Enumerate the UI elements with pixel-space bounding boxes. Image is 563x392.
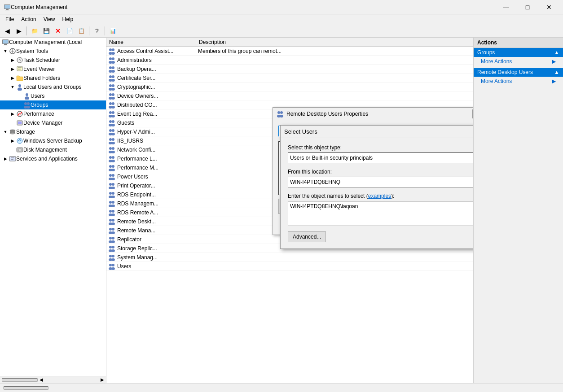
sidebar-item-task-scheduler[interactable]: ▶ Task Scheduler — [0, 56, 106, 65]
col-name[interactable]: Name — [106, 38, 196, 46]
table-row[interactable]: System Manag... — [106, 253, 473, 262]
event-viewer-icon — [16, 65, 23, 73]
toolbar-btn-help[interactable]: ? — [92, 26, 102, 36]
sidebar-item-disk-management[interactable]: Disk Management — [0, 145, 106, 154]
sidebar-item-shared-folders[interactable]: ▶ Shared Folders — [0, 74, 106, 83]
su-titlebar: Select Users ✕ — [281, 126, 473, 138]
row-name-text: Replicator — [117, 236, 141, 243]
actions-rdp-title: Remote Desktop Users — [477, 69, 533, 75]
maximize-button[interactable]: □ — [517, 1, 538, 13]
menu-help[interactable]: Help — [59, 15, 77, 23]
table-row[interactable]: Device Owners... — [106, 91, 473, 100]
expand-icon[interactable]: ▶ — [2, 157, 9, 161]
toolbar-btn-save[interactable]: 💾 — [41, 26, 52, 36]
su-advanced-button[interactable]: Advanced... — [288, 231, 326, 242]
su-object-type-input[interactable] — [288, 152, 473, 163]
sidebar-item-performance[interactable]: ▶ Performance — [0, 109, 106, 118]
back-button[interactable]: ◀ — [2, 26, 13, 36]
su-location-input[interactable] — [288, 177, 473, 187]
row-name: RDS Remote A... — [106, 209, 196, 216]
sidebar-item-local-users[interactable]: ▼ Local Users and Groups — [0, 83, 106, 91]
table-row[interactable]: Cryptographic... — [106, 83, 473, 91]
toolbar-btn-file[interactable]: 📁 — [29, 26, 40, 36]
su-object-type-row: Object Types... — [288, 152, 473, 163]
perf-icon — [16, 110, 23, 118]
actions-rdp-more[interactable]: More Actions ▶ — [474, 77, 563, 86]
row-desc: Members of this group can remot... — [196, 48, 473, 54]
sidebar-item-device-manager[interactable]: Device Manager — [0, 118, 106, 127]
title-bar: Computer Management — □ ✕ — [0, 0, 563, 14]
expand-icon[interactable]: ▶ — [9, 139, 16, 143]
row-name: Device Owners... — [106, 92, 196, 100]
sidebar-local-users-label: Local Users and Groups — [23, 84, 81, 90]
menu-action[interactable]: Action — [18, 15, 40, 23]
su-names-area: WIN-I4PTDQ8EHNQ\iaqoan — [288, 201, 473, 226]
row-name-text: Event Log Rea... — [117, 111, 157, 117]
clock-icon — [16, 57, 23, 64]
menu-file[interactable]: File — [2, 15, 18, 23]
row-name-text: Backup Opera... — [117, 66, 156, 72]
group-icon — [108, 146, 115, 153]
row-name: Users — [106, 263, 196, 270]
actions-header: Actions — [474, 38, 563, 48]
row-name-text: Users — [117, 263, 131, 270]
row-name: Network Confi... — [106, 146, 196, 153]
group-icon — [108, 200, 115, 207]
toolbar-btn-paste[interactable]: 📋 — [76, 26, 87, 36]
content-area: Name Description Access Control Assist..… — [106, 38, 473, 383]
group-icon — [108, 263, 115, 270]
row-name: Storage Replic... — [106, 245, 196, 252]
devmgr-icon — [16, 119, 23, 126]
expand-icon[interactable]: ▶ — [9, 58, 16, 62]
toolbar-btn-delete[interactable]: ✕ — [53, 26, 63, 36]
expand-icon[interactable]: ▼ — [2, 49, 9, 53]
row-name: RDS Managem... — [106, 200, 196, 207]
forward-button[interactable]: ▶ — [13, 26, 24, 36]
table-row[interactable]: Backup Opera... — [106, 65, 473, 74]
actions-groups-more[interactable]: More Actions ▶ — [474, 57, 563, 66]
rdp-help-button[interactable]: ? — [472, 109, 473, 118]
table-row[interactable]: Certificate Ser... — [106, 74, 473, 83]
sidebar-item-users[interactable]: Users — [0, 91, 106, 100]
status-scrollbar[interactable] — [4, 386, 48, 390]
row-name-text: RDS Remote A... — [117, 209, 158, 216]
sidebar-item-storage[interactable]: ▼ Storage — [0, 127, 106, 136]
sidebar-item-root[interactable]: Computer Management (Local — [0, 38, 106, 47]
su-names-row: WIN-I4PTDQ8EHNQ\iaqoan Check Names — [288, 201, 473, 226]
col-desc[interactable]: Description — [196, 38, 473, 46]
expand-icon[interactable]: ▼ — [2, 130, 9, 134]
toolbar-btn-copy[interactable]: 📄 — [64, 26, 75, 36]
menu-view[interactable]: View — [40, 15, 59, 23]
group-icon — [108, 92, 115, 100]
sidebar-item-services[interactable]: ▶ Services and Applications — [0, 154, 106, 163]
table-row[interactable]: Administrators — [106, 56, 473, 65]
status-bar — [0, 383, 563, 392]
row-name-text: RDS Endpoint... — [117, 192, 156, 198]
group-icon — [108, 57, 115, 64]
group-icon — [108, 209, 115, 216]
row-name: Performance M... — [106, 164, 196, 171]
row-name: RDS Endpoint... — [106, 191, 196, 198]
expand-icon[interactable]: ▼ — [9, 85, 16, 89]
expand-icon[interactable]: ▶ — [9, 112, 16, 116]
minimize-button[interactable]: — — [496, 1, 516, 13]
sidebar-services-label: Services and Applications — [16, 156, 78, 162]
sidebar-scrollbar[interactable]: ◀ ▶ — [0, 376, 106, 383]
sidebar-item-event-viewer[interactable]: ▶ Event Viewer — [0, 65, 106, 74]
table-row[interactable]: Users — [106, 262, 473, 271]
toolbar-btn-chart[interactable]: 📊 — [107, 26, 118, 36]
actions-section-rdp: Remote Desktop Users ▲ — [474, 68, 563, 77]
expand-icon[interactable]: ▶ — [9, 67, 16, 71]
actions-rdp-chevron: ▲ — [554, 69, 559, 75]
sidebar-item-system-tools[interactable]: ▼ System Tools — [0, 47, 106, 56]
expand-icon[interactable]: ▶ — [9, 76, 16, 80]
examples-link[interactable]: examples — [368, 193, 391, 199]
group-icon — [108, 155, 115, 162]
close-button[interactable]: ✕ — [539, 1, 559, 13]
sidebar-item-windows-server-backup[interactable]: ▶ Windows Server Backup — [0, 136, 106, 145]
actions-groups-more-label: More Actions — [481, 58, 512, 65]
sidebar-item-groups[interactable]: Groups — [0, 100, 106, 109]
table-row[interactable]: Access Control Assist... Members of this… — [106, 47, 473, 56]
group-icon — [108, 236, 115, 243]
rdp-dialog-titlebar: Remote Desktop Users Properties ? ✕ — [273, 108, 473, 120]
